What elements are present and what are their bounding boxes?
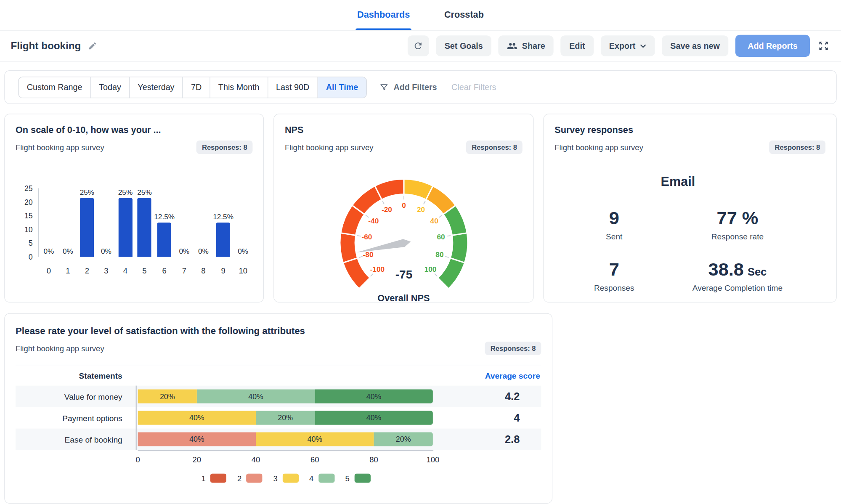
statement-label: Ease of booking <box>16 435 136 444</box>
add-reports-button[interactable]: Add Reports <box>735 35 810 57</box>
range-button-yesterday[interactable]: Yesterday <box>129 77 183 98</box>
share-label: Share <box>522 41 545 51</box>
bar-plot-area: 0%00%125%20%325%425%512.5%60%70%812.5%90… <box>38 188 253 257</box>
gauge-tick-label: -100 <box>370 265 384 273</box>
stat-value: 7 <box>609 259 619 279</box>
refresh-button[interactable] <box>408 35 429 56</box>
satisfaction-table-header: StatementsAverage score <box>16 365 541 385</box>
y-axis-tick: 0 <box>29 252 33 261</box>
set-goals-button[interactable]: Set Goals <box>436 35 491 56</box>
gauge-minor-tick <box>382 201 384 204</box>
x-axis-tick: 20 <box>193 455 202 464</box>
bar-value-label: 0% <box>63 247 73 255</box>
export-button[interactable]: Export <box>600 35 655 56</box>
legend-item: 5 <box>345 474 371 483</box>
legend-label: 3 <box>273 474 277 482</box>
bar <box>138 198 151 257</box>
overall-nps-label: Overall NPS <box>377 293 430 304</box>
range-button-7d[interactable]: 7D <box>183 77 210 98</box>
y-axis-tick: 10 <box>24 225 33 233</box>
stacked-bar-segment: 20% <box>256 411 315 425</box>
stat-unit: Sec <box>748 266 767 278</box>
x-axis-tick: 4 <box>123 267 127 275</box>
bar-column: 0%7 <box>175 188 194 257</box>
gauge-band-segment <box>403 187 429 193</box>
card-subtitle: Flight booking app survey <box>285 143 374 151</box>
bar <box>80 198 94 257</box>
bar-column: 0%10 <box>233 188 253 257</box>
bar-column: 0%0 <box>39 188 58 257</box>
satisfaction-rows: Value for money20%40%40%4.2Payment optio… <box>16 386 541 450</box>
add-filters-label: Add Filters <box>393 82 437 92</box>
responses-badge: Responses: 8 <box>769 141 825 154</box>
add-filters-button[interactable]: Add Filters <box>379 82 437 92</box>
clear-filters-button[interactable]: Clear Filters <box>451 82 496 92</box>
range-button-today[interactable]: Today <box>90 77 130 98</box>
range-button-last-90d[interactable]: Last 90D <box>268 77 318 98</box>
gauge-tick-label: -60 <box>361 233 372 241</box>
bar-column: 0%1 <box>58 188 78 257</box>
x-axis: 020406080100 <box>138 450 433 470</box>
gauge-tick-label: -20 <box>381 205 392 214</box>
bar-value-label: 0% <box>238 247 248 255</box>
tab-crosstab[interactable]: Crosstab <box>444 0 484 30</box>
stat-label: Sent <box>606 232 622 241</box>
channel-label: Email <box>554 174 801 189</box>
rating-legend: 12345 <box>136 474 435 483</box>
range-button-this-month[interactable]: This Month <box>210 77 268 98</box>
share-button[interactable]: Share <box>499 35 554 56</box>
bar-column: 12.5%9 <box>213 188 233 257</box>
stat-responses: 7 Responses <box>594 259 634 292</box>
legend-item: 3 <box>273 474 298 483</box>
stat-response-rate: 77 % Response rate <box>711 207 764 241</box>
save-as-new-button[interactable]: Save as new <box>662 35 728 56</box>
responses-badge: Responses: 8 <box>466 141 522 154</box>
y-axis-tick: 25 <box>24 184 33 192</box>
satisfaction-row: Payment options40%20%40%4 <box>16 407 541 429</box>
x-axis-tick: 10 <box>239 267 247 275</box>
statement-bar-cell: 40%20%40% <box>136 411 435 425</box>
bar-column: 25%5 <box>135 188 154 257</box>
average-score-value: 2.8 <box>435 433 541 445</box>
gauge-svg: -100-80-60-40-20020406080100-75 <box>315 168 492 292</box>
fullscreen-button[interactable] <box>817 39 830 53</box>
gauge-minor-tick <box>370 274 373 276</box>
stacked-bar-segment: 40% <box>197 390 315 403</box>
x-axis-tick: 6 <box>162 267 167 275</box>
scale-bar-chart: 05101520250%00%125%20%325%425%512.5%60%7… <box>16 188 252 257</box>
bar-value-label: 12.5% <box>213 213 233 221</box>
edit-title-button[interactable] <box>87 40 98 52</box>
save-as-new-label: Save as new <box>670 41 720 51</box>
card-subtitle: Flight booking app survey <box>554 143 643 151</box>
date-range-group: Custom RangeTodayYesterday7DThis MonthLa… <box>18 77 366 98</box>
statement-bar-cell: 40%40%20% <box>136 432 435 446</box>
stacked-bar-segment: 40% <box>138 411 256 425</box>
export-label: Export <box>609 41 636 51</box>
gauge-value: -75 <box>395 268 412 281</box>
nps-card: NPS Flight booking app survey Responses:… <box>273 114 533 302</box>
bar-column: 25%4 <box>116 188 135 257</box>
statements-header: Statements <box>16 371 136 380</box>
card-title: NPS <box>285 125 523 135</box>
gauge-tick-label: 80 <box>435 250 443 259</box>
legend-swatch <box>247 474 263 483</box>
tab-dashboards[interactable]: Dashboards <box>357 0 410 30</box>
stacked-bar: 40%20%40% <box>138 411 436 425</box>
legend-label: 5 <box>345 474 350 482</box>
x-axis-tick: 40 <box>252 455 260 464</box>
edit-label: Edit <box>569 41 585 51</box>
gauge-minor-tick <box>434 274 437 276</box>
x-axis-tick: 0 <box>47 267 51 275</box>
stat-value: 38.8 <box>708 259 744 279</box>
refresh-icon <box>413 41 423 51</box>
stat-value: 77 % <box>717 207 759 228</box>
range-button-custom-range[interactable]: Custom Range <box>18 77 91 98</box>
top-tab-bar: Dashboards Crosstab <box>0 0 841 31</box>
legend-label: 1 <box>201 474 205 482</box>
bar-value-label: 0% <box>101 247 111 255</box>
stat-label: Response rate <box>711 232 764 241</box>
stat-completion-time: 38.8Sec Average Completion time <box>692 259 783 292</box>
edit-button[interactable]: Edit <box>561 35 594 56</box>
bar-value-label: 0% <box>43 247 54 255</box>
range-button-all-time[interactable]: All Time <box>317 77 366 98</box>
